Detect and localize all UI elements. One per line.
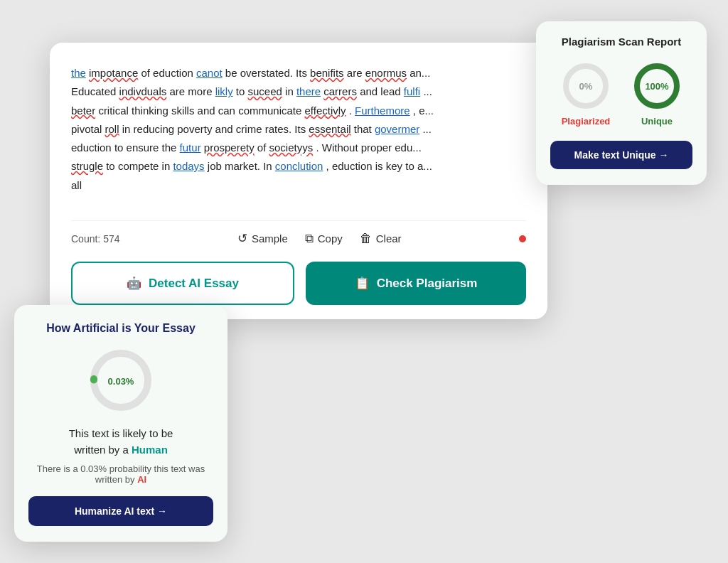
- red-dot-indicator: [519, 235, 526, 242]
- word-indivduals: indivduals: [119, 85, 167, 97]
- ai-result-text: This text is likely to be written by a H…: [28, 426, 213, 458]
- text-that: that: [354, 123, 375, 135]
- plagiarized-donut-svg: 0%: [560, 60, 611, 112]
- text-ellipsis2: ...: [422, 123, 432, 135]
- unique-percent-text: 100%: [645, 81, 669, 92]
- copy-button[interactable]: ⧉ Copy: [305, 232, 343, 246]
- text-market: job market. In: [208, 160, 275, 172]
- text-in: in: [285, 85, 296, 97]
- main-card: the impotance of eduction canot be overs…: [50, 43, 547, 319]
- detect-ai-button[interactable]: 🤖 Detect AI Essay: [71, 262, 294, 305]
- text-more: are more: [169, 85, 215, 97]
- text-eduction: eduction to ensure the: [71, 141, 180, 154]
- human-label: Human: [132, 444, 168, 456]
- word-canot: canot: [196, 67, 223, 79]
- sample-button[interactable]: ↺ Sample: [237, 231, 288, 246]
- plagiarized-percent-text: 0%: [579, 81, 593, 92]
- trash-icon: 🗑: [360, 232, 372, 246]
- word-count: Count: 574: [71, 233, 120, 245]
- unique-circle: 100% Unique: [631, 60, 682, 127]
- report-title: Plagiarism Scan Report: [550, 36, 692, 48]
- text-furthemore: .: [349, 104, 355, 117]
- word-govermer: govermer: [375, 123, 419, 135]
- action-buttons: 🤖 Detect AI Essay 📋 Check Plagiarism: [71, 262, 526, 305]
- text-to: to: [236, 85, 248, 97]
- copy-label: Copy: [318, 232, 343, 245]
- word-todays: todays: [173, 160, 204, 172]
- word-strugle: strugle: [71, 160, 103, 172]
- unique-donut-svg: 100%: [631, 60, 682, 112]
- clear-label: Clear: [376, 232, 402, 245]
- word-carrers: carrers: [323, 85, 357, 97]
- ai-donut-wrapper: 0.03%: [28, 345, 213, 416]
- report-card: Plagiarism Scan Report 0% Plagiarized 10…: [536, 21, 707, 185]
- word-prosperety: prosperety: [204, 141, 255, 154]
- text-segment1: be overstated. Its: [225, 67, 310, 79]
- text-reducing: in reducing poverty and crime rates. Its: [122, 123, 309, 135]
- clear-button[interactable]: 🗑 Clear: [360, 232, 402, 246]
- plagiarism-icon: 📋: [355, 276, 370, 291]
- word-essentail: essentail: [309, 123, 350, 135]
- word-futur: futur: [180, 141, 201, 154]
- ai-probability: There is a 0.03% probability this text w…: [28, 463, 213, 485]
- text-ellipsis1: ...: [423, 85, 432, 97]
- text-critical: critical thinking skills and can communi…: [98, 104, 304, 117]
- sample-icon: ↺: [237, 231, 247, 246]
- text-are: are: [347, 67, 365, 79]
- word-fulfi: fulfi: [404, 85, 420, 97]
- word-of: of eduction: [141, 67, 196, 79]
- copy-icon: ⧉: [305, 232, 314, 246]
- text-an: an...: [410, 67, 430, 79]
- result-line2: written by a: [74, 444, 129, 456]
- ai-label: AI: [137, 474, 146, 485]
- word-the: the: [71, 67, 86, 79]
- text-all: all: [71, 179, 82, 191]
- report-circles: 0% Plagiarized 100% Unique: [550, 60, 692, 127]
- make-unique-button[interactable]: Make text Unique →: [550, 141, 692, 169]
- essay-text: the impotance of eduction canot be overs…: [71, 64, 526, 206]
- humanize-button[interactable]: Humanize AI text →: [28, 496, 213, 526]
- ai-donut-svg: 0.03%: [85, 345, 156, 416]
- text-and: and lead: [360, 85, 404, 97]
- text-e: , e...: [413, 104, 434, 117]
- check-plagiarism-button[interactable]: 📋 Check Plagiarism: [306, 262, 526, 305]
- plagiarized-circle: 0% Plagiarized: [560, 60, 611, 127]
- text-educated: Educated: [71, 85, 119, 97]
- word-likly: likly: [215, 85, 233, 97]
- toolbar: Count: 574 ↺ Sample ⧉ Copy 🗑 Clear: [71, 220, 526, 249]
- word-furthemore: Furthemore: [355, 104, 410, 117]
- plagiarism-label: Check Plagiarism: [377, 277, 478, 291]
- text-pivotal: pivotal: [71, 123, 105, 135]
- word-conclution: conclution: [275, 160, 323, 172]
- ai-card-title: How Artificial is Your Essay: [28, 322, 213, 335]
- word-impotance: impotance: [89, 67, 138, 79]
- text-key: , eduction is key to a...: [326, 160, 432, 172]
- plagiarized-label: Plagiarized: [562, 116, 611, 127]
- word-beter: beter: [71, 104, 95, 117]
- text-compete: to compete in: [106, 160, 173, 172]
- word-societyys: societyys: [269, 141, 314, 154]
- word-roll: roll: [105, 123, 119, 135]
- text-of: of: [257, 141, 269, 154]
- word-enormus: enormus: [365, 67, 407, 79]
- probability-text: There is a 0.03% probability this text w…: [37, 463, 205, 485]
- word-benifits: benifits: [310, 67, 344, 79]
- result-line1: This text is likely to be: [69, 427, 173, 439]
- unique-label: Unique: [641, 116, 673, 127]
- word-suceed: suceed: [248, 85, 282, 97]
- text-without: . Without proper edu...: [316, 141, 421, 154]
- detect-label: Detect AI Essay: [149, 277, 239, 291]
- word-effectivly: effectivly: [305, 104, 346, 117]
- ai-percent-text: 0.03%: [108, 376, 134, 387]
- robot-icon: 🤖: [127, 276, 141, 291]
- ai-card: How Artificial is Your Essay 0.03% This …: [14, 305, 228, 542]
- sample-label: Sample: [252, 232, 288, 245]
- word-there: there: [296, 85, 321, 97]
